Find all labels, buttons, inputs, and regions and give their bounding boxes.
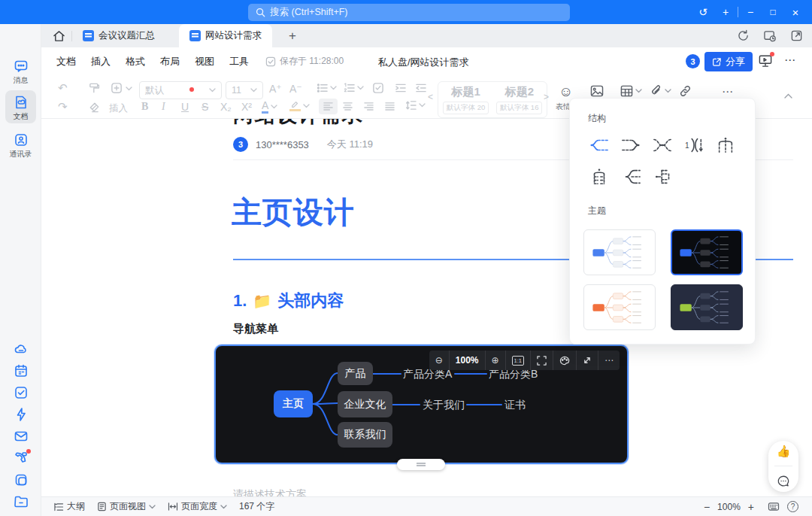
menu-insert[interactable]: 插入 (86, 52, 115, 71)
indent-decrease-button[interactable] (415, 83, 427, 93)
tab-website-design[interactable]: 网站设计需求 (179, 24, 272, 47)
menu-layout[interactable]: 布局 (156, 52, 184, 71)
history-icon[interactable]: ↺ (692, 6, 714, 18)
strikethrough-button[interactable]: S (201, 101, 208, 113)
decrease-font-button[interactable]: A⁻ (289, 83, 302, 95)
recent-window-icon[interactable] (763, 29, 777, 42)
insert-label[interactable]: 插入 (109, 102, 128, 115)
sidebar-item-folder[interactable] (0, 494, 41, 509)
zoom-out-button[interactable]: − (704, 501, 710, 513)
home-tab-button[interactable] (46, 30, 71, 42)
breadcrumb[interactable]: 私人盘/网站设计需求 (378, 56, 469, 69)
numbered-list-button[interactable] (344, 83, 364, 93)
structure-tree-up-button[interactable] (715, 134, 737, 156)
emoji-button[interactable]: ☺ (559, 83, 573, 100)
theme-card-light-orange[interactable] (583, 284, 656, 330)
collaborator-badge[interactable]: 3 (686, 54, 700, 68)
image-button[interactable] (590, 85, 604, 97)
menu-tools[interactable]: 工具 (225, 52, 253, 71)
increase-font-button[interactable]: A⁺ (269, 83, 282, 95)
font-family-select[interactable]: 默认 (139, 81, 222, 99)
doc-heading-h1[interactable]: 主页设计 (232, 192, 355, 233)
theme-card-dark-green[interactable] (671, 284, 743, 330)
style-heading1[interactable]: 标题1 默认字体 20 (443, 85, 489, 114)
link-button[interactable] (679, 85, 692, 97)
structure-timeline-button[interactable]: 1 (683, 134, 705, 156)
mindmap-leaf-node[interactable]: 证书 (504, 397, 526, 412)
table-button[interactable] (620, 85, 642, 97)
theme-card-dark-blue[interactable] (671, 229, 743, 275)
sidebar-item-flash[interactable] (0, 407, 41, 422)
open-new-window-icon[interactable] (790, 29, 803, 42)
mindmap-child-node[interactable]: 企业文化 (338, 391, 392, 417)
line-spacing-button[interactable] (405, 100, 426, 111)
tab-meeting-summary[interactable]: 会议议题汇总 (72, 24, 165, 47)
underline-button[interactable]: U (181, 101, 189, 113)
bullet-list-button[interactable] (317, 83, 337, 93)
mindmap-child-node[interactable]: 联系我们 (338, 422, 392, 448)
align-center-button[interactable] (342, 102, 353, 111)
attachment-button[interactable] (650, 84, 671, 97)
mindmap-fit-button[interactable] (531, 351, 553, 370)
sidebar-item-docs[interactable]: 文档 (0, 95, 41, 122)
help-button[interactable]: ? (787, 501, 798, 512)
redo-button[interactable]: ↷ (58, 100, 68, 114)
structure-org-button[interactable] (588, 165, 611, 188)
collapse-toolbar-button[interactable] (784, 93, 792, 99)
zoom-in-button[interactable]: + (748, 501, 754, 513)
clear-format-button[interactable] (88, 102, 100, 113)
mindmap-zoom-level[interactable]: 100% (450, 351, 485, 370)
mindmap-leaf-node[interactable]: 关于我们 (423, 397, 465, 412)
menu-format[interactable]: 格式 (121, 52, 150, 71)
structure-mindmap-button[interactable] (651, 134, 673, 156)
mindmap-child-node[interactable]: 产品 (338, 362, 373, 385)
nav-menu-label[interactable]: 导航菜单 (233, 322, 278, 336)
theme-card-light-blue[interactable] (583, 229, 656, 275)
global-search-input[interactable]: 搜索 (Ctrl+Shift+F) (248, 4, 570, 21)
menu-view[interactable]: 视图 (190, 52, 219, 71)
page-view-select[interactable]: 页面视图 (91, 500, 162, 513)
author-avatar[interactable]: 3 (233, 137, 248, 152)
mindmap-zoom-out-button[interactable]: ⊖ (429, 351, 449, 370)
add-tab-button[interactable]: + (289, 29, 296, 44)
font-size-select[interactable]: 11 (226, 81, 263, 99)
section-heading[interactable]: 1. 📁 头部内容 (233, 290, 344, 312)
toolbar-more-button[interactable]: ⋯ (722, 85, 734, 99)
mindmap-widget[interactable]: 主页 产品 企业文化 联系我们 产品分类A 产品分类B 关于我们 证书 ⊖ 10… (214, 345, 629, 464)
more-menu-button[interactable]: ⋯ (784, 53, 796, 67)
checklist-button[interactable] (372, 82, 384, 94)
minimize-button[interactable]: − (740, 6, 761, 18)
align-justify-button[interactable] (384, 102, 395, 111)
superscript-button[interactable]: X² (241, 101, 252, 113)
mindmap-root-node[interactable]: 主页 (274, 390, 313, 417)
present-button[interactable] (758, 53, 773, 68)
sync-icon[interactable] (737, 29, 750, 42)
bold-button[interactable]: B (141, 101, 148, 113)
sidebar-item-contacts[interactable]: 通讯录 (0, 132, 41, 159)
align-left-button[interactable] (319, 99, 338, 114)
sidebar-item-drive[interactable] (0, 341, 41, 357)
style-prev-button[interactable]: < (428, 92, 433, 102)
structure-right-tree-button[interactable] (653, 165, 675, 188)
mindmap-resize-handle[interactable] (397, 459, 445, 470)
indent-increase-button[interactable] (395, 83, 407, 93)
sidebar-item-mail[interactable] (0, 429, 41, 444)
maximize-button[interactable]: □ (762, 7, 783, 17)
sidebar-item-todo[interactable] (0, 385, 41, 400)
sidebar-item-calendar[interactable] (0, 363, 41, 378)
structure-logic-right-button[interactable] (620, 134, 641, 156)
undo-button[interactable]: ↶ (58, 81, 68, 95)
mindmap-actual-size-button[interactable]: 1:1 (506, 351, 530, 370)
page-width-select[interactable]: 页面宽度 (162, 500, 233, 513)
menu-document[interactable]: 文档 (52, 52, 80, 71)
comment-button[interactable] (777, 475, 790, 488)
share-button[interactable]: 分享 (704, 52, 753, 71)
mindmap-theme-button[interactable] (553, 351, 576, 370)
mindmap-zoom-in-button[interactable]: ⊕ (486, 351, 505, 370)
structure-left-fishbone-button[interactable] (620, 165, 643, 188)
like-button[interactable]: 👍 (777, 445, 791, 458)
shortcuts-keyboard-icon[interactable] (768, 502, 780, 511)
mindmap-more-button[interactable]: ⋯ (598, 351, 620, 370)
outline-toggle[interactable]: 大纲 (47, 500, 91, 513)
highlight-button[interactable] (289, 100, 310, 111)
